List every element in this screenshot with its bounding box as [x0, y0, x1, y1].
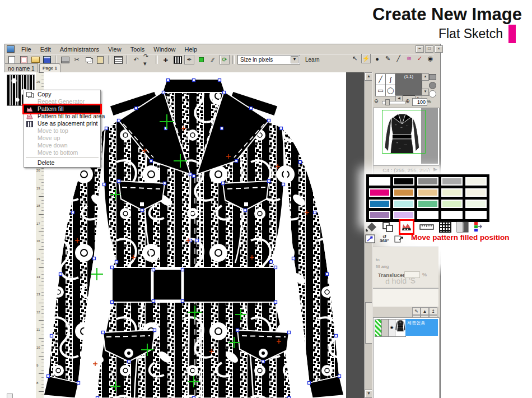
palette-swatch[interactable] — [441, 200, 463, 208]
palette-swatch[interactable] — [465, 188, 487, 197]
control-point[interactable] — [167, 79, 170, 82]
context-item-pattern-fill-all[interactable]: Pattern fill to all filled area — [24, 113, 100, 120]
control-point[interactable] — [274, 301, 277, 304]
page-tab[interactable]: Page 1 — [39, 63, 60, 72]
control-point[interactable] — [135, 107, 138, 110]
control-point[interactable] — [47, 375, 50, 378]
control-point[interactable] — [280, 127, 283, 130]
palette-swatch[interactable] — [465, 200, 487, 208]
square-mode-icon[interactable] — [429, 74, 436, 80]
brush-icon[interactable]: ✎ — [384, 54, 392, 63]
control-point[interactable] — [193, 175, 195, 178]
control-point[interactable] — [236, 329, 239, 332]
grid-icon[interactable] — [439, 221, 451, 233]
control-point[interactable] — [118, 180, 120, 183]
zoom-slider-thumb[interactable] — [385, 99, 390, 105]
line-tool-icon[interactable]: ╱ — [394, 54, 403, 63]
rotate-360-icon[interactable]: ↺360° — [380, 233, 389, 244]
control-point[interactable] — [115, 261, 118, 263]
size-unit-dropdown[interactable]: Size in pixels ▼ — [237, 55, 300, 64]
control-point[interactable] — [218, 79, 221, 82]
pen-tool-icon[interactable]: ✒ — [184, 55, 194, 64]
control-point[interactable] — [250, 107, 253, 110]
control-point[interactable] — [282, 183, 285, 186]
green-swatch-icon[interactable] — [196, 55, 206, 64]
move-up-icon[interactable]: ▲ — [421, 307, 429, 315]
paste-icon[interactable] — [95, 55, 105, 64]
close-button[interactable]: × — [435, 45, 443, 53]
control-point[interactable] — [162, 91, 165, 94]
menu-view[interactable]: View — [104, 46, 126, 53]
rgb-channels-icon[interactable] — [474, 221, 484, 233]
control-point[interactable] — [50, 335, 53, 337]
control-point[interactable] — [103, 183, 106, 186]
control-point[interactable] — [111, 301, 114, 304]
control-point[interactable] — [193, 79, 195, 82]
sphere-icon[interactable]: ◉ — [426, 54, 435, 63]
control-point[interactable] — [128, 360, 130, 363]
print-icon[interactable] — [60, 55, 70, 64]
cut-icon[interactable]: ✂ — [72, 55, 82, 64]
context-item-placement-print[interactable]: Use as placement print — [24, 120, 100, 127]
context-item-pattern-fill[interactable]: Pattern fill — [24, 105, 100, 113]
control-point[interactable] — [181, 269, 184, 271]
control-point[interactable] — [77, 382, 80, 385]
zoom-out-icon[interactable]: ⊖ — [374, 98, 379, 104]
dropdown-arrow-icon[interactable]: ▼ — [291, 56, 298, 63]
paint-bucket-icon[interactable] — [365, 221, 377, 233]
control-point[interactable] — [150, 160, 153, 163]
curve-tool-cell[interactable]: ∫ — [385, 73, 396, 85]
red-pen-icon[interactable]: ✓ — [416, 54, 424, 63]
control-point[interactable] — [221, 127, 223, 130]
outline-circle-mode-icon[interactable] — [429, 90, 436, 98]
airbrush-icon[interactable]: ≋ — [405, 54, 413, 63]
line-tool-cell[interactable]: ╱ — [375, 73, 386, 85]
select-arrow-icon[interactable]: ↖ — [351, 54, 359, 63]
undo-icon[interactable]: ↶ — [131, 55, 141, 64]
zoom-value-input[interactable]: 100 — [412, 98, 427, 106]
palette-swatch[interactable] — [417, 200, 438, 208]
edit-layer-icon[interactable]: ✎ — [412, 307, 421, 315]
menu-edit[interactable]: Edit — [36, 46, 55, 53]
palette-swatch[interactable] — [441, 188, 463, 197]
control-point[interactable] — [93, 257, 96, 260]
gradient-icon[interactable] — [456, 221, 469, 233]
add-icon[interactable]: + — [161, 55, 171, 64]
control-point[interactable] — [270, 261, 273, 263]
control-point[interactable] — [152, 300, 155, 303]
overlap-shapes-icon[interactable] — [382, 221, 394, 233]
control-point[interactable] — [118, 119, 120, 122]
minimize-button[interactable]: − — [416, 45, 424, 53]
control-point[interactable] — [268, 119, 270, 122]
menu-help[interactable]: Help — [180, 46, 202, 53]
pattern-fill-tool-icon[interactable] — [399, 219, 414, 235]
palette-swatch[interactable] — [393, 177, 414, 186]
control-point[interactable] — [153, 329, 156, 332]
control-point[interactable] — [308, 382, 311, 385]
menu-file[interactable]: File — [17, 46, 36, 53]
palette-swatch[interactable] — [417, 188, 438, 197]
brush-preview[interactable]: (1,1) — [395, 73, 422, 96]
redo-icon[interactable]: ↷ ▾ — [143, 55, 153, 64]
control-point[interactable] — [235, 160, 238, 163]
ruler-icon[interactable] — [419, 221, 434, 233]
menu-tools[interactable]: Tools — [126, 46, 150, 53]
control-point[interactable] — [181, 300, 184, 303]
menu-administrators[interactable]: Administrators — [55, 46, 104, 53]
repeat-tool-icon[interactable] — [113, 55, 123, 64]
control-point[interactable] — [59, 273, 62, 276]
palette-swatch[interactable] — [369, 211, 390, 219]
palette-swatch[interactable] — [369, 177, 390, 186]
palette-swatch[interactable] — [417, 211, 438, 219]
fill-hand-icon[interactable]: ● — [373, 54, 381, 63]
control-point[interactable] — [105, 127, 108, 130]
control-point[interactable] — [338, 375, 341, 378]
palette-swatch[interactable] — [417, 177, 438, 186]
refresh-icon[interactable]: ⟳ — [220, 55, 230, 64]
filled-circle-mode-icon[interactable] — [429, 82, 436, 89]
bottom-checkbox[interactable] — [7, 394, 13, 398]
control-point[interactable] — [274, 266, 277, 269]
control-point[interactable] — [326, 273, 329, 276]
palette-swatch[interactable] — [441, 177, 463, 186]
hd-pattern-icon[interactable] — [172, 55, 183, 64]
